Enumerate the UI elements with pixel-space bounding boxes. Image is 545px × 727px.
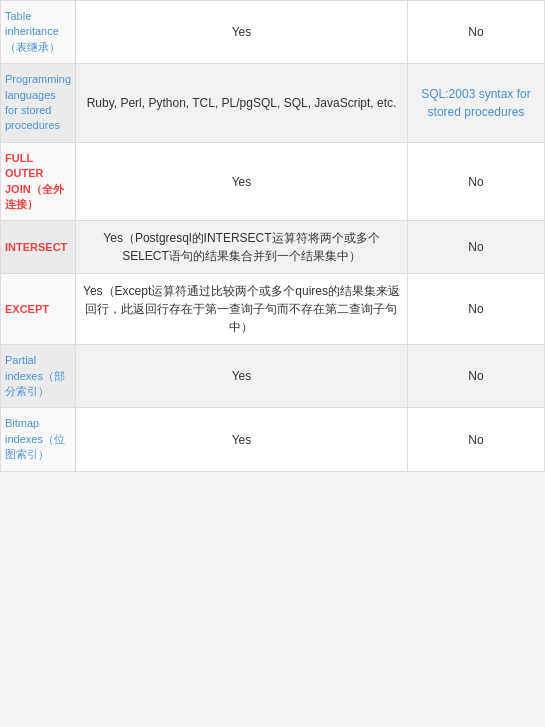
table-row: EXCEPTYes（Except运算符通过比较两个或多个quires的结果集来返… bbox=[1, 274, 545, 345]
col1-cell-programming-languages: Ruby, Perl, Python, TCL, PL/pgSQL, SQL, … bbox=[76, 64, 408, 143]
feature-cell-intersect: INTERSECT bbox=[1, 221, 76, 274]
col2-cell-table-inheritance: No bbox=[407, 1, 544, 64]
feature-label-partial-indexes: Partial indexes（部分索引） bbox=[5, 354, 65, 397]
feature-label-bitmap-indexes: Bitmap indexes（位图索引） bbox=[5, 417, 65, 460]
col1-cell-except: Yes（Except运算符通过比较两个或多个quires的结果集来返回行，此返回… bbox=[76, 274, 408, 345]
col2-cell-programming-languages: SQL:2003 syntax for stored procedures bbox=[407, 64, 544, 143]
col1-cell-partial-indexes: Yes bbox=[76, 345, 408, 408]
feature-cell-partial-indexes: Partial indexes（部分索引） bbox=[1, 345, 76, 408]
feature-label-table-inheritance: Table inheritance（表继承） bbox=[5, 10, 60, 53]
table-row: Programming languages for stored procedu… bbox=[1, 64, 545, 143]
feature-cell-table-inheritance: Table inheritance（表继承） bbox=[1, 1, 76, 64]
col1-cell-full-outer-join: Yes bbox=[76, 142, 408, 221]
feature-cell-programming-languages: Programming languages for stored procedu… bbox=[1, 64, 76, 143]
feature-cell-full-outer-join: FULL OUTER JOIN（全外连接） bbox=[1, 142, 76, 221]
table-row: Table inheritance（表继承）YesNo bbox=[1, 1, 545, 64]
col1-cell-table-inheritance: Yes bbox=[76, 1, 408, 64]
col2-cell-partial-indexes: No bbox=[407, 345, 544, 408]
col2-cell-except: No bbox=[407, 274, 544, 345]
comparison-table: Table inheritance（表继承）YesNoProgramming l… bbox=[0, 0, 545, 472]
feature-cell-except: EXCEPT bbox=[1, 274, 76, 345]
table-row: Partial indexes（部分索引）YesNo bbox=[1, 345, 545, 408]
col2-cell-intersect: No bbox=[407, 221, 544, 274]
feature-label-programming-languages: Programming languages for stored procedu… bbox=[5, 73, 71, 131]
col1-cell-intersect: Yes（Postgresql的INTERSECT运算符将两个或多个SELECT语… bbox=[76, 221, 408, 274]
feature-cell-bitmap-indexes: Bitmap indexes（位图索引） bbox=[1, 408, 76, 471]
col1-cell-bitmap-indexes: Yes bbox=[76, 408, 408, 471]
col2-cell-bitmap-indexes: No bbox=[407, 408, 544, 471]
feature-label-except: EXCEPT bbox=[5, 303, 49, 315]
feature-label-full-outer-join: FULL OUTER JOIN（全外连接） bbox=[5, 152, 64, 210]
table-row: FULL OUTER JOIN（全外连接）YesNo bbox=[1, 142, 545, 221]
feature-label-intersect: INTERSECT bbox=[5, 241, 67, 253]
col2-cell-full-outer-join: No bbox=[407, 142, 544, 221]
table-row: INTERSECTYes（Postgresql的INTERSECT运算符将两个或… bbox=[1, 221, 545, 274]
table-row: Bitmap indexes（位图索引）YesNo bbox=[1, 408, 545, 471]
